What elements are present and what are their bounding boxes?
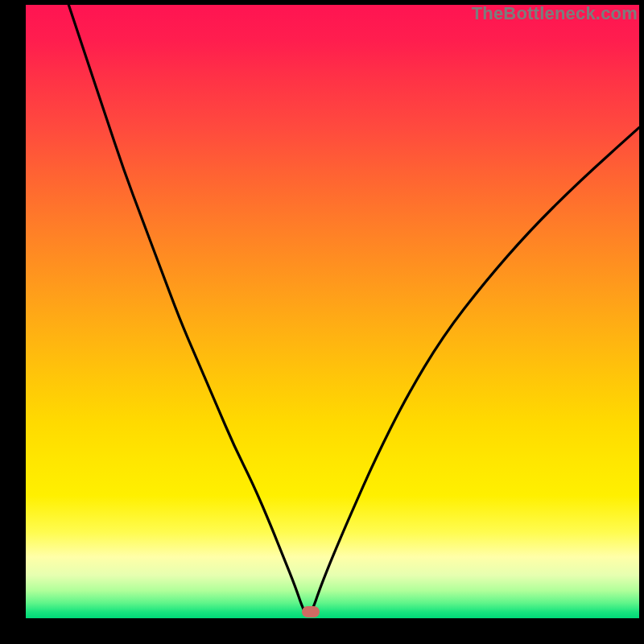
bottleneck-curve <box>26 5 639 618</box>
chart-stage: TheBottleneck.com <box>0 0 644 644</box>
plot-area <box>26 5 639 618</box>
watermark-text: TheBottleneck.com <box>472 3 638 24</box>
optimal-point-marker <box>302 606 320 617</box>
